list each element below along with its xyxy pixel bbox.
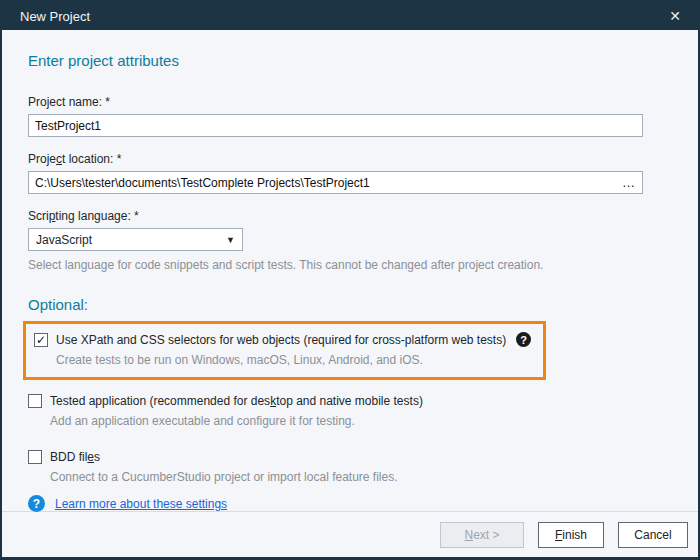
- label-text: Proje: [28, 152, 56, 166]
- xpath-hint: Create tests to be run on Windows, macOS…: [56, 353, 535, 367]
- label-text: t location: *: [62, 152, 121, 166]
- chevron-down-icon: ▼: [226, 235, 235, 245]
- label-text: inish: [562, 528, 587, 542]
- scripting-language-label: Scripting language: *: [28, 209, 670, 223]
- title-bar: New Project ✕: [2, 2, 698, 30]
- browse-button[interactable]: …: [617, 173, 641, 192]
- label-text: s: [94, 450, 100, 464]
- bdd-checkbox-label[interactable]: BDD files: [50, 450, 100, 464]
- language-hint: Select language for code snippets and sc…: [28, 258, 670, 272]
- scripting-language-select[interactable]: JavaScript ▼: [28, 228, 243, 251]
- label-text: top and native mobile tests): [276, 394, 423, 408]
- bdd-group: BDD files Connect to a CucumberStudio pr…: [28, 450, 670, 484]
- project-name-input[interactable]: [28, 114, 643, 137]
- optional-heading: Optional:: [28, 296, 670, 313]
- new-project-dialog: New Project ✕ Enter project attributes P…: [0, 0, 700, 560]
- xpath-checkbox-label[interactable]: Use XPath and CSS selectors for web obje…: [56, 333, 506, 347]
- label-mnemonic: N: [464, 528, 473, 542]
- dialog-title: New Project: [20, 9, 90, 24]
- label-text: Scri: [28, 209, 49, 223]
- tested-app-checkbox-label[interactable]: Tested application (recommended for desk…: [50, 394, 423, 408]
- cancel-button[interactable]: Cancel: [618, 522, 688, 548]
- project-location-input[interactable]: [28, 171, 643, 194]
- xpath-checkbox[interactable]: [34, 333, 48, 347]
- tested-app-checkbox[interactable]: [28, 394, 42, 408]
- learn-more-link[interactable]: Learn more about these settings: [55, 497, 227, 511]
- next-button[interactable]: Next >: [440, 522, 524, 548]
- tested-app-group: Tested application (recommended for desk…: [28, 394, 670, 428]
- page-title: Enter project attributes: [28, 52, 670, 69]
- dialog-body: Enter project attributes Project name: *…: [2, 30, 698, 511]
- finish-button[interactable]: Finish: [538, 522, 604, 548]
- tested-app-hint: Add an application executable and config…: [50, 414, 670, 428]
- project-name-label: Project name: *: [28, 95, 670, 109]
- selected-language: JavaScript: [36, 233, 92, 247]
- xpath-highlight-box: Use XPath and CSS selectors for web obje…: [23, 321, 546, 380]
- xpath-help-icon[interactable]: ?: [516, 332, 531, 347]
- close-icon[interactable]: ✕: [662, 5, 688, 27]
- button-bar: Next > Finish Cancel: [2, 511, 698, 557]
- label-text: Tested application (recommended for des: [50, 394, 270, 408]
- project-location-field: …: [28, 171, 643, 194]
- project-location-label: Project location: *: [28, 152, 670, 166]
- help-icon[interactable]: ?: [28, 495, 45, 512]
- learn-more-row: ? Learn more about these settings: [28, 495, 227, 512]
- label-text: ext >: [473, 528, 499, 542]
- bdd-checkbox[interactable]: [28, 450, 42, 464]
- label-text: ting language: *: [55, 209, 138, 223]
- bdd-hint: Connect to a CucumberStudio project or i…: [50, 470, 670, 484]
- label-text: BDD fil: [50, 450, 87, 464]
